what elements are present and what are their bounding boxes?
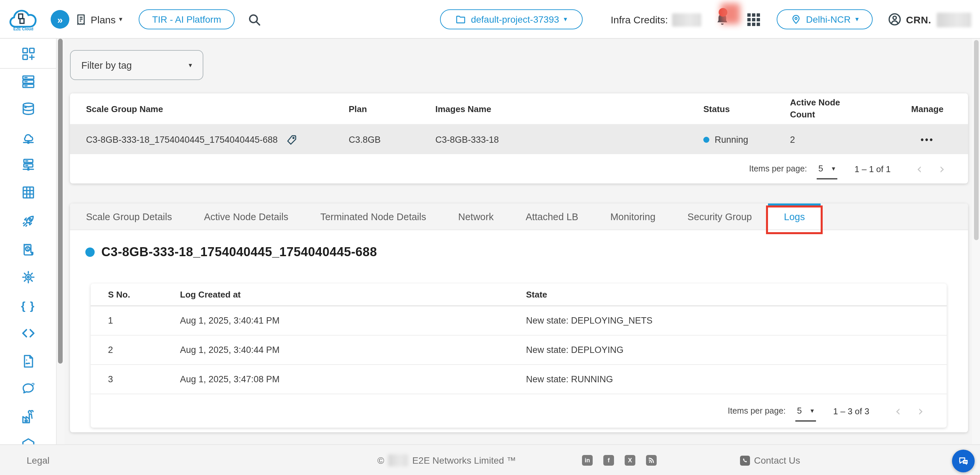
log-state: New state: DEPLOYING_NETS [526,316,947,325]
tab-monitoring[interactable]: Monitoring [594,204,671,230]
sidebar-item-storage[interactable] [18,183,38,204]
tab-logs[interactable]: Logs [768,204,821,230]
sidebar-expand-button[interactable]: » [51,10,69,29]
node-server-icon [20,157,36,175]
project-selector[interactable]: default-project-37393 ▾ [440,10,583,29]
region-selector[interactable]: Delhi-NCR ▾ [777,10,873,29]
filter-by-tag-dropdown[interactable]: Filter by tag ▾ [70,50,203,80]
caret-down-icon: ▾ [811,407,814,414]
company-name: E2E Networks Limited ™ [412,455,516,465]
table-row: 2 Aug 1, 2025, 3:40:44 PM New state: DEP… [91,336,947,365]
billing-invoice-icon: $ [20,241,36,259]
manage-actions-button[interactable]: ••• [887,134,968,144]
location-pin-icon [791,14,801,25]
social-links: in f X [582,445,657,475]
infra-credits-value-redacted [672,13,702,27]
infra-credits-label: Infra Credits: [611,0,668,39]
previous-page-button[interactable]: ‹ [887,404,909,418]
sidebar-item-cloud-network[interactable] [18,128,38,148]
log-sno: 3 [108,374,180,384]
log-sno: 1 [108,316,180,325]
linkedin-icon[interactable]: in [582,455,593,465]
live-chat-button[interactable] [952,449,975,472]
sidebar-item-database[interactable] [18,100,38,120]
next-page-button[interactable]: › [909,404,932,418]
chat-bubbles-icon [957,455,970,467]
copyright-symbol: © [377,455,384,465]
sidebar-scrollbar-thumb[interactable] [58,39,63,363]
sidebar-item-support[interactable]: ? [18,380,38,400]
expand-icon: » [57,14,63,25]
tab-attached-lb[interactable]: Attached LB [510,204,594,230]
previous-page-button[interactable]: ‹ [908,162,931,175]
page-size-value: 5 [797,406,802,416]
search-icon[interactable] [247,0,261,39]
tab-label: Security Group [687,211,752,222]
tir-ai-platform-button[interactable]: TIR - AI Platform [138,10,235,29]
tab-terminated-node-details[interactable]: Terminated Node Details [304,204,442,230]
sidebar-item-settings[interactable] [18,268,38,288]
tab-active-node-details[interactable]: Active Node Details [188,204,304,230]
tab-label: Network [458,211,494,222]
copyright-year-redacted [388,454,408,466]
sidebar-item-node-server[interactable] [18,156,38,176]
col-status: Status [703,104,790,114]
left-sidebar: $ { } ? [0,39,57,444]
scale-group-details-card: Scale Group Details Active Node Details … [70,204,968,432]
sidebar-item-documents[interactable] [18,352,38,372]
legal-link[interactable]: Legal [27,445,50,475]
page-range-label: 1 – 3 of 3 [833,406,869,416]
server-stack-icon [20,74,36,92]
sidebar-item-dashboard[interactable] [18,45,38,65]
svg-text:?: ? [31,381,35,388]
plans-receipt-icon [75,13,88,26]
table-row: 3 Aug 1, 2025, 3:47:08 PM New state: RUN… [91,365,947,394]
page-size-select[interactable]: 5 ▾ [795,406,816,422]
page-scrollbar-track [972,39,980,444]
folder-icon [456,14,466,25]
tab-label: Active Node Details [204,211,288,222]
sidebar-item-launch[interactable] [18,212,38,232]
apps-grid-icon[interactable] [747,0,760,39]
screen: E2E Cloud » Plans ▾ TIR - AI Platform [0,0,980,475]
table-row[interactable]: C3-8GB-333-18_1754040445_1754040445-688 … [70,125,968,154]
x-twitter-icon[interactable]: X [625,455,635,465]
col-log-created-at: Log Created at [180,290,526,300]
caret-down-icon: ▾ [189,62,192,69]
table-header-row: Scale Group Name Plan Images Name Status… [70,93,968,125]
page-scrollbar-thumb[interactable] [974,40,978,240]
items-per-page-label: Items per page: [749,164,807,174]
sidebar-item-billing[interactable]: $ [18,240,38,260]
items-per-page-label: Items per page: [728,406,786,416]
crn-value-redacted [937,13,971,27]
tab-label: Logs [784,211,805,222]
e2e-cloud-logo[interactable]: E2E Cloud [9,0,38,39]
details-tabbar: Scale Group Details Active Node Details … [70,204,968,230]
database-icon [20,101,36,119]
sidebar-item-home[interactable] [18,436,38,444]
plans-menu[interactable]: Plans ▾ [75,0,123,39]
caret-down-icon: ▾ [832,165,835,172]
scale-group-name: C3-8GB-333-18_1754040445_1754040445-688 [86,134,278,144]
rss-icon[interactable] [646,455,657,465]
page-size-select[interactable]: 5 ▾ [816,163,837,180]
sidebar-item-compute[interactable] [18,73,38,93]
storage-grid-icon [20,185,36,202]
section-status-dot [85,247,95,257]
table-paginator: Items per page: 5 ▾ 1 – 1 of 1 ‹ › [70,154,968,183]
tab-network[interactable]: Network [442,204,510,230]
tab-security-group[interactable]: Security Group [671,204,768,230]
home-shield-icon [20,437,36,444]
user-account-icon[interactable] [887,0,902,39]
sidebar-item-factory[interactable] [18,408,38,428]
page-size-value: 5 [818,163,823,174]
sidebar-item-code[interactable] [18,324,38,344]
sidebar-item-api[interactable]: { } [18,296,38,316]
facebook-icon[interactable]: f [603,455,614,465]
tab-scale-group-details[interactable]: Scale Group Details [70,204,188,230]
status-value: Running [715,134,748,144]
contact-us-link[interactable]: Contact Us [740,445,800,475]
factory-icon [20,409,36,427]
tag-edit-icon[interactable] [286,134,297,145]
next-page-button[interactable]: › [931,162,953,175]
